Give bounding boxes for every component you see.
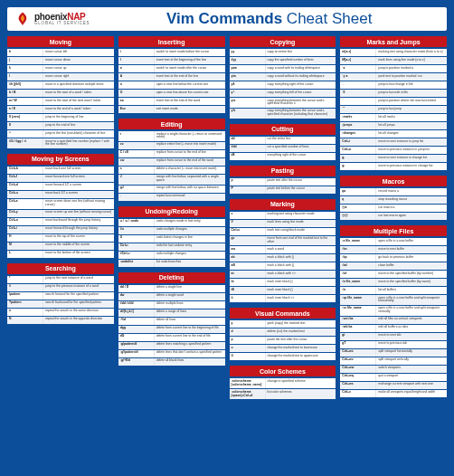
table-row: #uundo multiple changes <box>118 227 225 234</box>
table-row: #G / #gg / :#move to a specified line nu… <box>7 138 114 148</box>
command-desc: mark lines using line mode <box>266 220 336 227</box>
table-row: Ctrl+wssplit viewport horizontally <box>340 349 447 357</box>
command-desc: move to the bottom of the screen <box>43 251 114 258</box>
phoenix-icon <box>14 11 31 27</box>
table-row: Ppaste text before the cursor <box>230 186 336 194</box>
command-desc: switch to insert mode after the cursor <box>155 65 225 72</box>
table-row: Ctrl+bmove back one full screen <box>7 167 114 174</box>
command-key: Ctrl+wv <box>340 357 376 365</box>
section: Deletingdd / Ddelete a single linedwdele… <box>118 272 225 367</box>
table-row: @arun macro a <box>340 205 447 212</box>
command-desc: move cursor down <box>43 57 114 64</box>
table-row: Nrepeat the search in the opposite direc… <box>7 317 114 324</box>
command-key: Ctrl+= <box>340 390 376 397</box>
table-row: gJmerge with line below, with no space b… <box>118 186 225 193</box>
section-heading: Marks and Jumps <box>340 36 447 47</box>
command-desc: edit all buffers as tabs <box>376 325 447 332</box>
command-key: #yy <box>230 57 266 64</box>
command-key: Ctrl+i <box>7 226 43 233</box>
section: Markingvmarking text using character mod… <box>230 199 336 304</box>
table-row: /patternsearch forward for the specified… <box>7 292 114 300</box>
command-key: Ctrl+e <box>7 199 43 209</box>
command-key: :changes <box>340 130 376 138</box>
table-row: Lmove to the bottom of the screen <box>7 251 114 258</box>
command-desc: delete from current line to the end of f… <box>155 334 225 341</box>
section: Undoing/Redoingu / :u / :undoundo change… <box>118 206 225 268</box>
command-key: #h [j/k/l] <box>7 81 43 89</box>
command-desc: delete (cut) the marked text <box>266 328 336 336</box>
table-row: #ddcut a specified number of lines <box>230 145 336 152</box>
table-row: #h [j/k/l]move in a specified direction … <box>7 81 114 89</box>
command-key: gt <box>340 333 376 340</box>
command-desc: move to the start of the next word / tok… <box>43 98 114 105</box>
command-desc: open a file in a new buffer and split vi… <box>376 306 447 316</box>
command-key: y$ <box>230 81 266 89</box>
command-desc: yank (copy) the marked text <box>266 320 336 328</box>
table-row: :colorscheme [space]+Ctrl+dlist color sc… <box>230 389 336 399</box>
command-desc: copy everything right of the cursor <box>266 81 336 89</box>
command-key: Ctrl+u <box>7 191 43 198</box>
table-row: ?patternsearch backward for the specifie… <box>7 300 114 308</box>
command-key: :jumps <box>340 122 376 129</box>
command-key: @@ <box>340 213 376 220</box>
table-row: gtmove to next tab <box>340 333 447 340</box>
table-row: jmove cursor down <box>7 57 114 64</box>
table-row: d$everything right of the cursor <box>230 153 336 160</box>
command-key: I <box>118 57 155 64</box>
table-row: :vert baedit all files as vertical viewp… <box>340 317 447 324</box>
command-key: `. <box>340 81 376 89</box>
command-key: qa <box>340 188 376 195</box>
command-desc: marking text using character mode (from … <box>376 49 447 56</box>
command-key: u / :u / :undo <box>118 219 155 226</box>
table-row: `0jump to last edit in file <box>340 90 447 97</box>
command-key: yfx <box>230 109 266 119</box>
command-key: it <box>230 295 266 302</box>
command-key: b / B <box>7 90 43 97</box>
command-key: @a <box>340 205 376 212</box>
command-key: Ctrl+ww <box>340 366 376 373</box>
command-key: k <box>7 65 43 72</box>
command-desc: list color schemes <box>266 389 336 399</box>
section: Movinghmove cursor leftjmove cursor down… <box>7 36 114 149</box>
command-desc: list all marks <box>376 114 447 121</box>
table-row: yawcopy a word with its trailing whitesp… <box>230 65 336 72</box>
table-row: :bdclose buffer <box>340 262 447 270</box>
table-row: `ajump to position marked a <box>340 65 447 72</box>
command-key: d$ <box>230 153 266 160</box>
command-desc: open a new line above the current one <box>155 90 225 97</box>
command-desc: repeat the search in the same direction <box>43 309 114 316</box>
command-key: v <box>230 212 266 219</box>
command-key: ib <box>230 279 266 286</box>
table-row: kmove cursor up <box>7 65 114 72</box>
command-desc: merge with line below, with no space bet… <box>155 186 225 193</box>
table-row: u / :u / :undoundo changes made in last … <box>118 219 225 226</box>
table-row: :bpgo back to previous buffer <box>340 254 447 262</box>
command-key: gv <box>230 236 266 246</box>
command-desc: run macro a <box>376 205 447 212</box>
command-key: Ctrl+o <box>340 147 376 154</box>
command-desc: jump to position marked a <box>376 65 447 72</box>
table-row: Ctrl+emove screen down one line (without… <box>7 199 114 209</box>
command-key: ?pattern <box>7 300 43 308</box>
table-row: oopen a new line below the current one <box>118 81 225 89</box>
command-key: Ctrl+o <box>7 218 43 225</box>
command-desc: move cursor right <box>43 73 114 81</box>
table-row: gTmove to previous tab <box>340 341 447 348</box>
command-key: :vs file_name <box>340 306 376 316</box>
command-key: r <box>118 131 155 141</box>
table-row: Hmove to the top of the screen <box>7 234 114 242</box>
command-desc: delete from current line to the beginnin… <box>155 326 225 333</box>
command-desc: jump to the next instance of a word <box>43 276 114 283</box>
command-key: s <box>118 167 155 174</box>
table-row: y^copy everything left of the cursor <box>230 90 336 97</box>
table-row: Escexit insert mode <box>118 106 225 113</box>
command-key: :undolist <box>118 260 155 267</box>
table-row: Ctrl+omove backward through the jump his… <box>7 218 114 225</box>
command-desc: replace a single character (+ return to … <box>155 131 225 141</box>
table-row: cwreplace from cursor to the end of the … <box>118 158 225 166</box>
command-desc: yank text to position marked >a> <box>376 73 447 81</box>
command-desc: delete a character (+ move into insert m… <box>155 167 225 174</box>
command-desc: change the marked text to lowercase <box>266 345 336 352</box>
command-desc: jump to position where vim was last exit… <box>376 98 447 105</box>
command-desc: list all jumps <box>376 122 447 129</box>
